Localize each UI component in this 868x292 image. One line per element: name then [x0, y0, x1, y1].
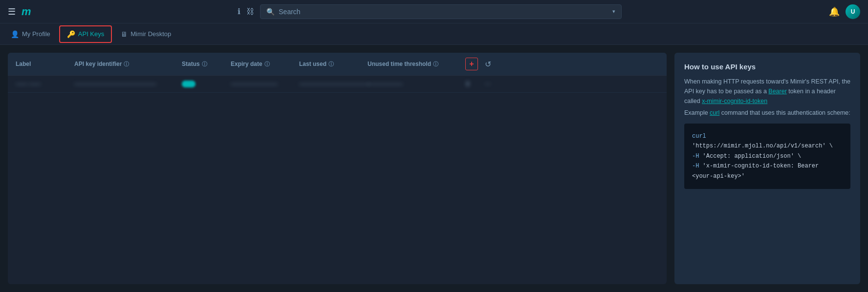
app-logo: m [22, 5, 31, 18]
sidebar-item-mimir-desktop[interactable]: 🖥 Mimir Desktop [114, 26, 178, 42]
my-profile-label: My Profile [22, 30, 50, 38]
row-status [182, 81, 231, 87]
example-label: Example [684, 109, 710, 116]
col-threshold-text: Unused time threshold [368, 61, 431, 67]
howto-panel: How to use API keys When making HTTP req… [674, 53, 860, 284]
expiry-info-icon[interactable]: ⓘ [264, 61, 270, 68]
row-threshold: —————— [368, 81, 465, 87]
search-icon: 🔍 [266, 8, 275, 16]
howto-title: How to use API keys [684, 63, 850, 71]
col-unused-time-threshold: Unused time threshold ⓘ [368, 61, 465, 68]
sidebar-item-api-keys[interactable]: 🔑 API Keys [59, 25, 112, 43]
identifier-info-icon[interactable]: ⓘ [124, 61, 129, 68]
last-used-info-icon[interactable]: ⓘ [328, 61, 334, 68]
code-line-3-rest: 'x-mimir-cognito-id-token: Bearer <your-… [692, 163, 819, 179]
search-bar: 🔍 ▾ [260, 4, 622, 19]
header-name-link[interactable]: x-mimir-cognito-id-token [702, 98, 767, 104]
key-icon: 🔑 [67, 30, 75, 38]
code-line-3-flag: -H [692, 163, 699, 169]
info-icon[interactable]: ℹ [238, 7, 240, 16]
example-suffix: command that uses this authentication sc… [719, 109, 850, 116]
code-line-1-cmd: curl [692, 133, 706, 140]
howto-example-line: Example curl command that uses this auth… [684, 108, 850, 118]
row-label: —— —— [16, 81, 74, 87]
col-label: Label [16, 61, 74, 67]
code-line-2-rest: 'Accept: application/json' \ [699, 153, 801, 160]
hamburger-icon[interactable]: ☰ [8, 6, 16, 17]
search-input[interactable] [279, 8, 608, 16]
bell-icon[interactable]: 🔔 [829, 6, 840, 17]
navbar: ☰ m ℹ ⛓ 🔍 ▾ 🔔 U [0, 0, 868, 23]
col-identifier-text: API key identifier [74, 61, 122, 67]
table-header: Label API key identifier ⓘ Status ⓘ Expi… [8, 53, 667, 76]
threshold-info-icon[interactable]: ⓘ [433, 61, 438, 68]
row-expiry: ———————— [231, 81, 299, 87]
code-line-2-flag: -H [692, 153, 699, 160]
chevron-down-icon: ▾ [612, 8, 615, 15]
user-icon: 👤 [11, 30, 19, 38]
mimir-desktop-label: Mimir Desktop [130, 30, 171, 38]
status-info-icon[interactable]: ⓘ [202, 61, 207, 68]
api-keys-section: Label API key identifier ⓘ Status ⓘ Expi… [8, 53, 667, 284]
row-action-2[interactable]: ⋯ [485, 81, 504, 87]
col-label-text: Label [16, 61, 31, 67]
desktop-icon: 🖥 [121, 30, 128, 38]
col-expiry-date: Expiry date ⓘ [231, 61, 299, 68]
bearer-link[interactable]: Bearer [768, 88, 787, 95]
curl-link[interactable]: curl [710, 109, 719, 116]
add-api-key-button[interactable]: + [465, 58, 478, 70]
col-status-text: Status [182, 61, 200, 67]
api-keys-label: API Keys [78, 30, 104, 38]
row-action-1[interactable]: ⬆ [465, 81, 485, 87]
col-expiry-text: Expiry date [231, 61, 262, 67]
sidebar-item-my-profile[interactable]: 👤 My Profile [4, 26, 57, 42]
link-icon[interactable]: ⛓ [246, 7, 254, 16]
row-last-used: ———————————— [299, 81, 368, 87]
table-row: —— —— —————————————— ———————— ——————————… [8, 76, 667, 93]
refresh-button[interactable]: ↺ [485, 60, 504, 69]
profile-nav: 👤 My Profile 🔑 API Keys 🖥 Mimir Desktop [0, 23, 868, 45]
col-api-key-identifier: API key identifier ⓘ [74, 61, 182, 68]
col-status: Status ⓘ [182, 61, 231, 68]
code-block: curl 'https://mimir.mjoll.no/api/v1/sear… [684, 124, 850, 189]
code-line-1-rest: 'https://mimir.mjoll.no/api/v1/search' \ [692, 143, 833, 149]
main-content: Label API key identifier ⓘ Status ⓘ Expi… [0, 45, 868, 292]
avatar[interactable]: U [846, 4, 860, 19]
row-identifier: —————————————— [74, 81, 182, 87]
status-badge [182, 81, 195, 87]
howto-intro: When making HTTP requests toward's Mimir… [684, 77, 850, 106]
col-last-used-text: Last used [299, 61, 326, 67]
col-last-used: Last used ⓘ [299, 61, 368, 68]
